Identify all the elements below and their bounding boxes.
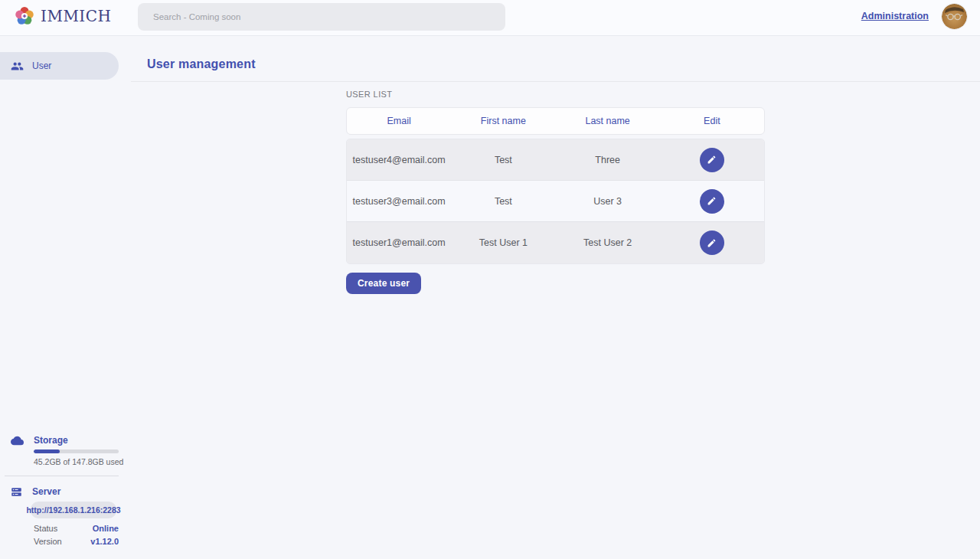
sidebar-status-panel: Storage 45.2GB of 147.8GB used <box>0 433 131 546</box>
title-divider <box>131 81 980 82</box>
cell-edit <box>660 148 764 172</box>
cell-email: testuser4@email.com <box>347 155 451 165</box>
user-table-body: testuser4@email.com Test Three testuser3… <box>346 139 765 264</box>
create-user-button[interactable]: Create user <box>346 273 421 294</box>
sidebar-item-user[interactable]: User <box>0 52 119 80</box>
storage-title: Storage <box>34 435 68 446</box>
user-avatar-photo <box>942 4 967 29</box>
administration-link[interactable]: Administration <box>861 11 929 21</box>
sidebar-divider <box>5 476 119 476</box>
cell-first-name: Test User 1 <box>451 237 555 248</box>
edit-user-button[interactable] <box>700 189 724 214</box>
user-list-label: USER LIST <box>346 90 765 99</box>
cell-edit <box>660 189 764 214</box>
immich-flower-icon <box>14 5 35 27</box>
users-icon <box>11 60 24 73</box>
top-bar: IMMICH Administration <box>0 0 980 36</box>
sidebar-item-user-label: User <box>32 60 51 71</box>
storage-progress-fill <box>34 449 60 453</box>
table-row: testuser4@email.com Test Three <box>347 139 764 181</box>
pencil-icon <box>707 196 717 206</box>
server-title: Server <box>32 486 60 497</box>
server-section-header: Server <box>0 485 131 499</box>
immich-logo[interactable]: IMMICH <box>14 5 112 27</box>
storage-usage-text: 45.2GB of 147.8GB used <box>34 458 131 466</box>
immich-admin-app: IMMICH Administration <box>0 0 980 559</box>
server-version-value: v1.12.0 <box>90 537 119 546</box>
column-header-last-name: Last name <box>556 116 660 126</box>
storage-progress <box>34 449 119 453</box>
cell-last-name: User 3 <box>556 196 660 207</box>
column-header-first-name: First name <box>451 116 555 126</box>
table-row: testuser3@email.com Test User 3 <box>347 181 764 222</box>
search-input[interactable] <box>138 3 505 31</box>
server-icon <box>11 486 22 498</box>
server-version-label: Version <box>34 537 62 546</box>
server-status-label: Status <box>34 524 57 533</box>
edit-user-button[interactable] <box>700 230 724 255</box>
cell-email: testuser1@email.com <box>347 237 451 248</box>
table-row: testuser1@email.com Test User 1 Test Use… <box>347 222 764 263</box>
pencil-icon <box>707 238 717 248</box>
sidebar: User Storage 45.2GB of 147.8GB used <box>0 36 131 559</box>
storage-section-header: Storage <box>0 433 131 447</box>
server-status-row: Status Online <box>34 524 119 533</box>
cell-first-name: Test <box>451 155 555 165</box>
server-status-value: Online <box>93 524 119 533</box>
cell-last-name: Three <box>556 155 660 165</box>
server-version-row: Version v1.12.0 <box>34 537 119 546</box>
cell-first-name: Test <box>451 196 555 207</box>
server-url-badge: http://192.168.1.216:2283 <box>31 502 116 518</box>
user-list-section: USER LIST Email First name Last name Edi… <box>346 90 765 294</box>
cell-edit <box>660 230 764 255</box>
edit-user-button[interactable] <box>700 148 724 172</box>
app-name: IMMICH <box>41 7 112 25</box>
table-header: Email First name Last name Edit <box>346 107 765 135</box>
cell-last-name: Test User 2 <box>556 237 660 248</box>
pencil-icon <box>707 155 717 165</box>
main-panel: User management USER LIST Email First na… <box>131 36 980 559</box>
column-header-email: Email <box>347 116 451 126</box>
column-header-edit: Edit <box>660 116 764 126</box>
cell-email: testuser3@email.com <box>347 196 451 207</box>
page-title: User management <box>147 57 256 71</box>
user-avatar[interactable] <box>942 4 967 29</box>
cloud-icon <box>11 434 24 447</box>
